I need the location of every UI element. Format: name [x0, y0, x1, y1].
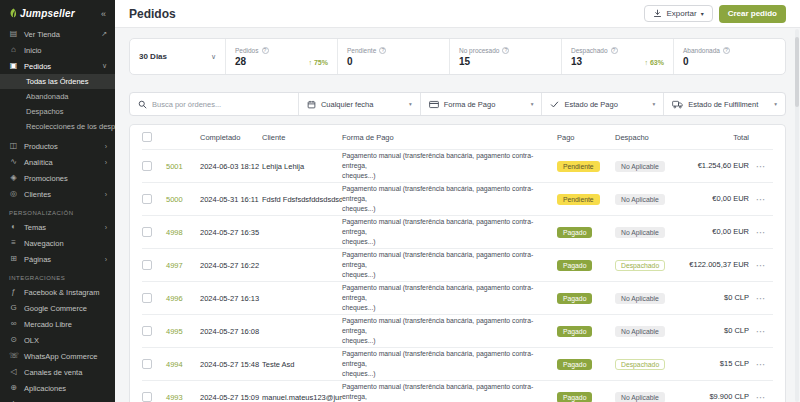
order-number-link[interactable]: 4996	[166, 294, 200, 303]
row-checkbox[interactable]	[142, 227, 152, 237]
search-input[interactable]	[152, 100, 290, 109]
period-selector[interactable]: 30 Dias ∨	[130, 39, 226, 74]
stat-pedidos: Pedidos ? 28 ↑ 75%	[226, 39, 338, 74]
sidebar-item-facebook-instagram[interactable]: ƒ Facebook & Instagram	[0, 284, 115, 300]
info-icon[interactable]: ?	[379, 47, 386, 54]
stat-label: No procesado	[459, 47, 499, 54]
order-client: Lehija Lehija	[262, 162, 342, 171]
sidebar-item-clientes[interactable]: ◎ Clientes ›	[0, 186, 115, 202]
order-number-link[interactable]: 4998	[166, 228, 200, 237]
sidebar-item-todas-las-ordenes[interactable]: Todas las Órdenes	[0, 74, 115, 89]
select-all-checkbox[interactable]	[142, 132, 152, 142]
sidebar-item-navegacion[interactable]: ≡ Navegacion	[0, 235, 115, 251]
sidebar-item-automatizaciones[interactable]: ∴ Automatizaciones	[0, 396, 115, 402]
row-actions-button[interactable]: ⋯	[749, 227, 773, 238]
sidebar-item-label: Productos	[24, 142, 58, 151]
sidebar-item-mercado-libre[interactable]: ∞ Mercado Libre	[0, 316, 115, 332]
sidebar-item-despachos[interactable]: Despachos	[0, 104, 115, 119]
caret-down-icon: ▾	[774, 101, 777, 107]
sidebar-item-analitica[interactable]: ∿ Analítica ›	[0, 154, 115, 170]
row-checkbox[interactable]	[142, 260, 152, 270]
fulfillment-status-badge: No Aplicable	[615, 227, 665, 238]
sidebar-item-olx[interactable]: ⊙ OLX	[0, 332, 115, 348]
order-number-link[interactable]: 5000	[166, 195, 200, 204]
row-actions-button[interactable]: ⋯	[749, 161, 773, 172]
table-row[interactable]: 4993 2024-05-27 15:09 manuel.mateus123@j…	[142, 380, 773, 402]
table-body: 5001 2024-06-03 18:12 Lehija Lehija Paga…	[142, 149, 773, 402]
payment-status-filter-value: Estado de Pago	[564, 100, 617, 109]
order-completed-date: 2024-05-27 16:35	[200, 228, 262, 237]
sidebar-item-paginas[interactable]: ⊞ Páginas ›	[0, 251, 115, 267]
sidebar-item-label: Clientes	[24, 190, 51, 199]
fulfillment-status-filter[interactable]: Estado de Fulfillment ▾	[664, 93, 785, 115]
sidebar-item-temas[interactable]: ◐ Temas ›	[0, 219, 115, 235]
info-icon[interactable]: ?	[262, 47, 269, 54]
table-row[interactable]: 4997 2024-05-27 16:22 Pagamento manual (…	[142, 248, 773, 281]
sidebar-item-aplicaciones[interactable]: ⊕ Aplicaciones	[0, 380, 115, 396]
trend-up-badge: ↑ 63%	[645, 59, 664, 66]
export-button[interactable]: Exportar ▾	[644, 5, 712, 22]
order-completed-date: 2024-05-31 16:11	[200, 195, 262, 204]
sidebar-item-pedidos[interactable]: ▣ Pedidos ∨	[0, 58, 115, 74]
row-checkbox[interactable]	[142, 359, 152, 369]
table-row[interactable]: 4996 2024-05-27 16:13 Pagamento manual (…	[142, 281, 773, 314]
sidebar-item-canales-de-venta[interactable]: ◁ Canales de venta	[0, 364, 115, 380]
google-icon: G	[9, 304, 18, 312]
sidebar-item-promociones[interactable]: ◈ Promociones	[0, 170, 115, 186]
info-icon[interactable]: ?	[723, 47, 730, 54]
order-number-link[interactable]: 4997	[166, 261, 200, 270]
order-payment-method: Pagamento manual (transferência bancária…	[342, 151, 557, 182]
sidebar-item-google-commerce[interactable]: G Google Commerce	[0, 300, 115, 316]
sidebar-item-whatsapp-commerce[interactable]: ☏ WhatsApp Commerce	[0, 348, 115, 364]
payment-method-filter[interactable]: Forma de Pago ▾	[421, 93, 543, 115]
column-header-completado: Completado	[200, 133, 262, 142]
row-checkbox[interactable]	[142, 293, 152, 303]
brand-logo-text[interactable]: Jumpseller	[20, 8, 75, 19]
orders-search[interactable]	[130, 93, 299, 115]
payment-method-filter-value: Forma de Pago	[444, 100, 496, 109]
row-actions-button[interactable]: ⋯	[749, 260, 773, 271]
row-actions-button[interactable]: ⋯	[749, 392, 773, 402]
date-filter[interactable]: Cualquier fecha ▾	[299, 93, 421, 115]
row-checkbox[interactable]	[142, 326, 152, 336]
row-checkbox[interactable]	[142, 392, 152, 402]
table-row[interactable]: 4994 2024-05-27 15:48 Teste Asd Pagament…	[142, 347, 773, 380]
row-actions-button[interactable]: ⋯	[749, 359, 773, 370]
table-row[interactable]: 5001 2024-06-03 18:12 Lehija Lehija Paga…	[142, 149, 773, 182]
chevron-down-icon: ∨	[102, 62, 107, 70]
order-number-link[interactable]: 4994	[166, 360, 200, 369]
external-link-icon: ↗	[101, 30, 107, 38]
table-row[interactable]: 4995 2024-05-27 16:08 Pagamento manual (…	[142, 314, 773, 347]
sidebar-item-recolecciones[interactable]: Recolecciones de los despachos	[0, 119, 115, 134]
order-total: €122.005,37 EUR	[685, 260, 749, 271]
order-number-link[interactable]: 4995	[166, 327, 200, 336]
row-checkbox[interactable]	[142, 161, 152, 171]
sidebar-nav: ▤ Ver Tienda ↗ ⌂ Inicio ▣ Pedidos ∨ Toda…	[0, 26, 115, 402]
fulfillment-status-badge: Despachado	[615, 260, 665, 271]
row-actions-button[interactable]: ⋯	[749, 326, 773, 337]
sidebar-item-label: Navegacion	[24, 239, 64, 248]
chevron-right-icon: ›	[105, 191, 107, 198]
payment-status-filter[interactable]: Estado de Pago ▾	[542, 93, 664, 115]
sidebar-item-abandonada[interactable]: Abandonada	[0, 89, 115, 104]
main-area: Pedidos Exportar ▾ Crear pedido 30 Dias …	[115, 0, 800, 402]
truck-icon	[672, 100, 683, 109]
fulfillment-status-badge: Despachado	[615, 359, 665, 370]
row-checkbox[interactable]	[142, 194, 152, 204]
row-actions-button[interactable]: ⋯	[749, 194, 773, 205]
store-icon: ▤	[9, 30, 18, 38]
row-actions-button[interactable]: ⋯	[749, 293, 773, 304]
info-icon[interactable]: ?	[502, 47, 509, 54]
info-icon[interactable]: ?	[611, 47, 618, 54]
sidebar-item-productos[interactable]: ◫ Productos ›	[0, 138, 115, 154]
scrollbar-thumb[interactable]	[795, 37, 799, 107]
create-order-button[interactable]: Crear pedido	[719, 5, 786, 23]
sidebar-item-ver-tienda[interactable]: ▤ Ver Tienda ↗	[0, 26, 115, 42]
table-row[interactable]: 5000 2024-05-31 16:11 Fdsfd Fdsfsdsfddsd…	[142, 182, 773, 215]
sidebar-collapse-icon[interactable]: «	[101, 9, 106, 19]
order-number-link[interactable]: 5001	[166, 162, 200, 171]
fulfillment-status-badge: No Aplicable	[615, 326, 665, 337]
table-row[interactable]: 4998 2024-05-27 16:35 Pagamento manual (…	[142, 215, 773, 248]
order-number-link[interactable]: 4993	[166, 393, 200, 402]
sidebar-item-inicio[interactable]: ⌂ Inicio	[0, 42, 115, 58]
